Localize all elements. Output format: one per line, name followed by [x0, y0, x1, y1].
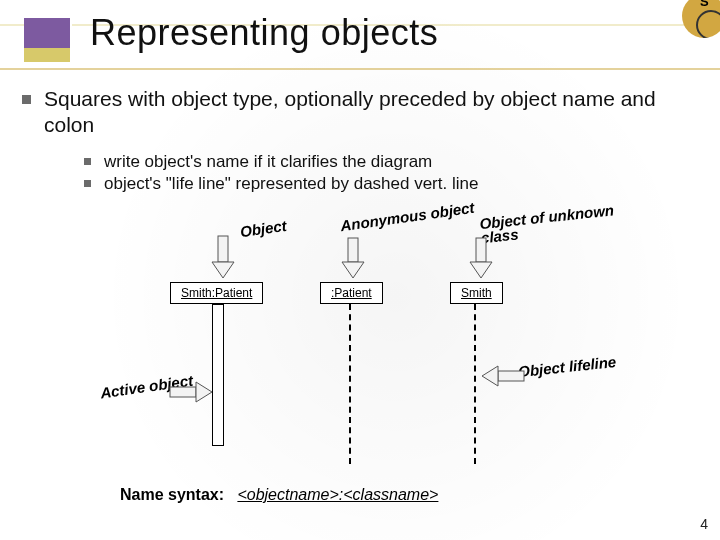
arrow-left-icon: [480, 362, 526, 390]
bullet-main: Squares with object type, optionally pre…: [22, 86, 702, 196]
svg-marker-7: [196, 382, 212, 402]
svg-rect-6: [170, 387, 196, 397]
svg-marker-3: [342, 262, 364, 278]
name-syntax: Name syntax: <objectname>:<classname>: [120, 486, 438, 504]
uml-diagram: Object Anonymous object Object of unknow…: [120, 230, 620, 500]
slide-title: Representing objects: [90, 12, 438, 54]
label-unknown-class: Object of unknown class: [479, 203, 621, 246]
label-object: Object: [239, 217, 288, 240]
label-object-lifeline: Object lifeline: [517, 353, 617, 380]
svg-marker-1: [212, 262, 234, 278]
name-syntax-value: <objectname>:<classname>: [237, 486, 438, 503]
page-number: 4: [700, 516, 708, 532]
label-anonymous-object: Anonymous object: [340, 201, 476, 234]
arrow-right-icon: [168, 378, 214, 406]
object-box-anonymous: :Patient: [320, 282, 383, 304]
sub-bullet: write object's name if it clarifies the …: [84, 151, 702, 174]
lifeline: [474, 304, 476, 464]
sub-bullet: object's "life line" represented by dash…: [84, 173, 702, 196]
arrow-down-icon: [338, 236, 368, 280]
arrow-down-icon: [208, 234, 238, 280]
bullet-main-text: Squares with object type, optionally pre…: [44, 87, 656, 136]
svg-rect-2: [348, 238, 358, 262]
title-accent: [24, 18, 72, 66]
corner-badge: S: [682, 0, 720, 38]
svg-marker-9: [482, 366, 498, 386]
corner-badge-letter: S: [700, 0, 709, 9]
svg-rect-8: [498, 371, 524, 381]
svg-marker-5: [470, 262, 492, 278]
svg-rect-4: [476, 238, 486, 262]
arrow-down-icon: [466, 236, 496, 280]
object-box-unknown: Smith: [450, 282, 503, 304]
object-box-named: Smith:Patient: [170, 282, 263, 304]
svg-rect-0: [218, 236, 228, 262]
activation-bar: [212, 304, 224, 446]
name-syntax-label: Name syntax:: [120, 486, 224, 503]
decor-rule-under-title: [0, 68, 720, 70]
lifeline: [349, 304, 351, 464]
